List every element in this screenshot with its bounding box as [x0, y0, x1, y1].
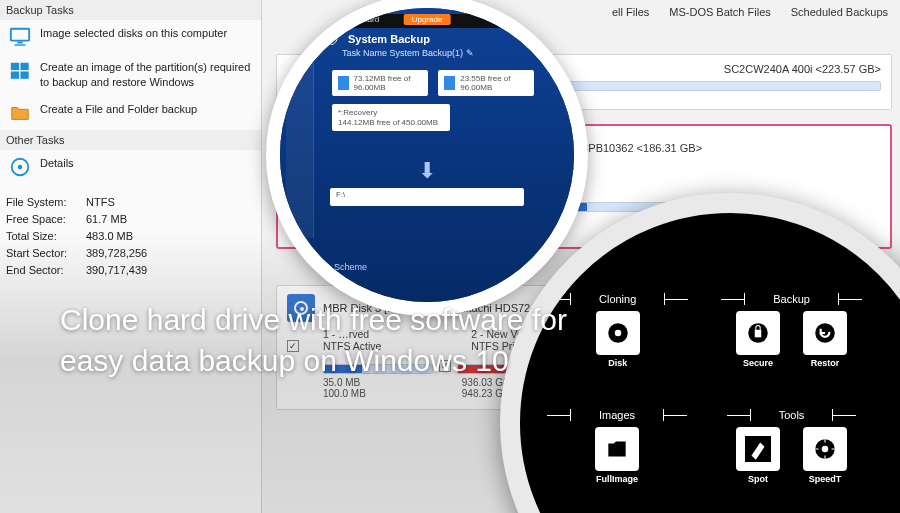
- svg-rect-3: [11, 63, 19, 70]
- svg-rect-1: [17, 42, 23, 44]
- top-menu: ell Files MS-DOS Batch Files Scheduled B…: [600, 0, 900, 24]
- svg-rect-2: [15, 44, 26, 45]
- destination-field[interactable]: F:\: [330, 188, 524, 206]
- group-tools-label: Tools: [750, 409, 834, 421]
- tile-secure[interactable]: Secure: [736, 311, 780, 368]
- task-label: Details: [40, 156, 74, 171]
- svg-rect-16: [755, 330, 762, 338]
- overlay-title: System Backup: [348, 33, 430, 45]
- group-backup-label: Backup: [744, 293, 839, 305]
- task-image-disks[interactable]: Image selected disks on this computer: [0, 20, 261, 54]
- upgrade-badge[interactable]: Upgrade: [404, 14, 451, 25]
- source-card-b[interactable]: 23.55B free of 96.00MB: [438, 70, 534, 96]
- svg-point-20: [822, 446, 829, 453]
- svg-point-8: [18, 164, 23, 169]
- tile-fullimage[interactable]: FullImage: [595, 427, 639, 484]
- task-file-folder-backup[interactable]: Create a File and Folder backup: [0, 96, 261, 130]
- backup-tasks-header: Backup Tasks: [0, 0, 261, 20]
- sidebar: Backup Tasks Image selected disks on thi…: [0, 0, 262, 513]
- group-images-label: Images: [570, 409, 664, 421]
- disk1-header: SC2CW240A 400i <223.57 GB>: [724, 63, 881, 75]
- overlay-subtitle: Task Name System Backup(1) ✎: [342, 48, 474, 58]
- task-image-partition[interactable]: Create an image of the partition(s) requ…: [0, 54, 261, 96]
- gear-icon: ⚙: [320, 262, 328, 272]
- tile-restore[interactable]: Restor: [803, 311, 847, 368]
- other-tasks-header: Other Tasks: [0, 130, 261, 150]
- task-label: Create an image of the partition(s) requ…: [40, 60, 253, 90]
- menu-shell-files[interactable]: ell Files: [606, 4, 655, 20]
- overlay-backup-app: …upper Standard Upgrade System Backup Ta…: [266, 0, 588, 316]
- tile-spot[interactable]: Spot: [736, 427, 780, 484]
- source-card-c[interactable]: *:Recovery144.12MB free of 450.00MB: [332, 104, 450, 131]
- svg-rect-4: [20, 63, 28, 70]
- menu-batch-files[interactable]: MS-DOS Batch Files: [663, 4, 776, 20]
- menu-scheduled-backups[interactable]: Scheduled Backups: [785, 4, 894, 20]
- svg-rect-0: [11, 29, 29, 41]
- disk-icon: [8, 156, 32, 178]
- headline-text: Clone hard drive with free software for …: [60, 300, 570, 381]
- folder-icon: [8, 102, 32, 124]
- windows-icon: [8, 60, 32, 82]
- task-label: Image selected disks on this computer: [40, 26, 227, 41]
- tile-speed[interactable]: SpeedT: [803, 427, 847, 484]
- group-cloning-label: Cloning: [570, 293, 665, 305]
- shield-icon: [324, 30, 340, 48]
- arrow-down-icon: ⬇: [418, 158, 436, 184]
- svg-rect-5: [11, 71, 19, 78]
- svg-point-14: [614, 330, 621, 337]
- task-label: Create a File and Folder backup: [40, 102, 197, 117]
- task-details[interactable]: Details: [0, 150, 261, 184]
- monitor-icon: [8, 26, 32, 48]
- disk-info-panel: File System:NTFS Free Space:61.7 MB Tota…: [0, 184, 261, 289]
- source-card-a[interactable]: 73.12MB free of 96.00MB: [332, 70, 428, 96]
- svg-rect-6: [20, 71, 28, 78]
- tile-disk[interactable]: Disk: [596, 311, 640, 368]
- overlay-sidebar: [286, 48, 314, 238]
